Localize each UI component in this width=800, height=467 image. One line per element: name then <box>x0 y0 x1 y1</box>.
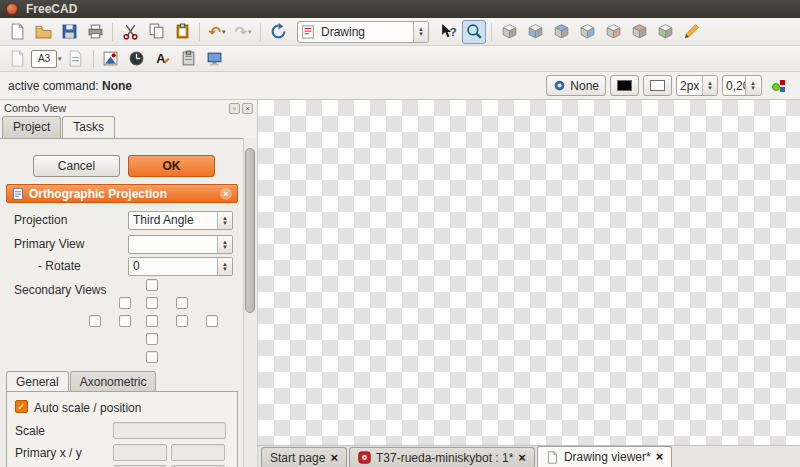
text-size-arrows[interactable]: ▲▼ <box>745 76 760 95</box>
window-close-button[interactable] <box>6 3 18 15</box>
float-panel-icon[interactable]: ▫ <box>229 103 240 114</box>
workbench-dropdown-arrows[interactable]: ▲▼ <box>413 22 428 42</box>
toolbar-separator <box>491 23 492 41</box>
section-header: Orthographic Projection × <box>6 184 238 203</box>
face-color-swatch <box>650 80 665 91</box>
open-document-button[interactable] <box>31 20 55 44</box>
secondary-view-checkbox[interactable] <box>146 279 158 291</box>
copy-button[interactable] <box>144 20 168 44</box>
annotation-button[interactable]: A <box>151 47 175 71</box>
face-color-button[interactable] <box>643 75 672 96</box>
tab-project[interactable]: Project <box>2 116 61 138</box>
titlebar: FreeCAD <box>0 0 800 18</box>
combo-view-panel: Combo View ▫ × Project Tasks Cancel OK O… <box>0 100 258 467</box>
axonometric-view-button[interactable] <box>497 20 521 44</box>
drawing-toolbar: A3▾ A <box>0 46 800 72</box>
tab-tasks[interactable]: Tasks <box>62 116 115 138</box>
projection-select-arrows[interactable]: ▲▼ <box>217 212 232 229</box>
secondary-view-checkbox[interactable] <box>176 297 188 309</box>
task-close-icon[interactable]: × <box>220 188 232 200</box>
drawing-viewport[interactable]: Start page × T37-rueda-miniskybot : 1* ×… <box>258 100 800 467</box>
draft-tray: None 2px ▲▼ 0,20 ▲▼ <box>546 74 792 98</box>
active-command-value: None <box>102 79 132 93</box>
close-tab-icon[interactable]: × <box>518 452 526 464</box>
cancel-button[interactable]: Cancel <box>33 155 120 177</box>
left-view-button[interactable] <box>653 20 677 44</box>
secondary-view-checkbox[interactable] <box>206 315 218 327</box>
primary-view-select[interactable]: ▲▼ <box>128 235 233 254</box>
close-panel-icon[interactable]: × <box>242 103 253 114</box>
tab-general[interactable]: General <box>6 371 69 393</box>
secondary-view-checkbox[interactable] <box>176 315 188 327</box>
secondary-view-checkbox[interactable] <box>146 315 158 327</box>
sketch-pencil-button[interactable] <box>679 20 703 44</box>
page-icon <box>546 451 559 464</box>
mdi-tab-start-page[interactable]: Start page × <box>261 447 347 467</box>
text-size-spinbox[interactable]: 0,20 ▲▼ <box>722 75 762 96</box>
insert-view-button[interactable] <box>99 47 123 71</box>
close-tab-icon[interactable]: × <box>330 452 338 464</box>
tab-axonometric[interactable]: Axonometric <box>70 371 157 393</box>
snap-toggle-icon <box>771 78 787 94</box>
projection-select[interactable]: Third Angle ▲▼ <box>128 211 233 230</box>
new-document-button[interactable] <box>5 20 29 44</box>
secondary-view-checkbox[interactable] <box>146 297 158 309</box>
secondary-view-checkbox[interactable] <box>146 351 158 363</box>
line-width-spinbox[interactable]: 2px ▲▼ <box>676 75 718 96</box>
standard-toolbar: ↶▾ ↷▾ Drawing ▲▼ ? <box>0 18 800 46</box>
primary-view-label: Primary View <box>14 237 84 251</box>
primary-view-select-arrows[interactable]: ▲▼ <box>217 236 232 253</box>
text-size-value: 0,20 <box>723 79 745 93</box>
snap-toggle-button[interactable] <box>767 74 791 98</box>
workbench-selector[interactable]: Drawing ▲▼ <box>297 21 429 43</box>
paste-button[interactable] <box>170 20 194 44</box>
rotate-row: - Rotate 0 ▲▼ <box>0 257 244 276</box>
scrollbar-thumb[interactable] <box>245 148 255 313</box>
print-button[interactable] <box>83 20 107 44</box>
zoom-selection-button[interactable] <box>462 20 486 44</box>
line-width-arrows[interactable]: ▲▼ <box>702 76 717 95</box>
scale-label: Scale <box>15 424 45 438</box>
undo-button[interactable]: ↶▾ <box>205 20 229 44</box>
toolbar-separator <box>112 23 113 41</box>
close-tab-icon[interactable]: × <box>656 451 664 463</box>
combo-view-title: Combo View <box>4 102 66 114</box>
clipboard-button[interactable] <box>177 47 201 71</box>
line-color-swatch <box>617 80 632 91</box>
secondary-view-checkbox[interactable] <box>89 315 101 327</box>
panel-scrollbar[interactable] <box>243 138 256 467</box>
whats-this-button[interactable]: ? <box>436 20 460 44</box>
mdi-tab-bar: Start page × T37-rueda-miniskybot : 1* ×… <box>258 445 800 467</box>
secondary-view-checkbox[interactable] <box>119 315 131 327</box>
redo-button[interactable]: ↷▾ <box>231 20 255 44</box>
autogroup-button[interactable]: None <box>546 75 606 96</box>
a3-label: A3 <box>31 50 57 68</box>
refresh-button[interactable] <box>266 20 290 44</box>
auto-scale-checkbox[interactable]: ✓ <box>15 400 28 413</box>
rotate-spinbox-arrows[interactable]: ▲▼ <box>217 258 232 275</box>
new-page-button[interactable] <box>5 47 29 71</box>
mdi-tab-drawing-viewer[interactable]: Drawing viewer* × <box>537 446 672 467</box>
export-page-button[interactable] <box>64 47 88 71</box>
open-browser-button[interactable] <box>203 47 227 71</box>
top-view-button[interactable] <box>549 20 573 44</box>
workbench-icon <box>301 25 315 39</box>
projection-row: Projection Third Angle ▲▼ <box>0 211 244 230</box>
secondary-view-checkbox[interactable] <box>146 333 158 345</box>
primary-y-input <box>171 444 225 461</box>
line-color-button[interactable] <box>610 75 639 96</box>
ortho-views-button[interactable] <box>125 47 149 71</box>
secondary-view-checkbox[interactable] <box>119 297 131 309</box>
active-command-label: active command: <box>8 79 99 93</box>
save-document-button[interactable] <box>57 20 81 44</box>
ok-button[interactable]: OK <box>128 155 215 177</box>
front-view-button[interactable] <box>523 20 547 44</box>
rear-view-button[interactable] <box>601 20 625 44</box>
bottom-view-button[interactable] <box>627 20 651 44</box>
new-a3-page-button[interactable]: A3▾ <box>31 47 62 71</box>
toolbar-separator <box>93 50 94 68</box>
cut-button[interactable] <box>118 20 142 44</box>
mdi-tab-model[interactable]: T37-rueda-miniskybot : 1* × <box>349 447 535 467</box>
rotate-spinbox[interactable]: 0 ▲▼ <box>128 257 233 276</box>
right-view-button[interactable] <box>575 20 599 44</box>
